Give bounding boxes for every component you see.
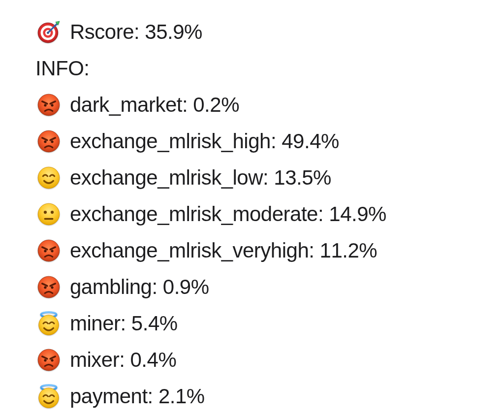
item-row: exchange_mlrisk_moderate: 14.9% bbox=[35, 196, 504, 232]
item-row: wallet: 1.6% bbox=[35, 415, 504, 420]
item-text: mixer: 0.4% bbox=[70, 350, 176, 370]
item-row: dark_market: 0.2% bbox=[35, 87, 504, 123]
halo-icon bbox=[35, 383, 62, 410]
item-text: gambling: 0.9% bbox=[70, 277, 209, 297]
info-label: INFO: bbox=[35, 58, 90, 79]
neutral-icon bbox=[35, 201, 62, 227]
item-text: exchange_mlrisk_veryhigh: 11.2% bbox=[70, 240, 377, 261]
angry-icon bbox=[35, 128, 62, 155]
item-row: exchange_mlrisk_low: 13.5% bbox=[35, 160, 504, 196]
item-text: payment: 2.1% bbox=[70, 386, 205, 407]
item-row: gambling: 0.9% bbox=[35, 269, 504, 305]
angry-icon bbox=[35, 274, 62, 300]
info-label-row: INFO: bbox=[35, 50, 504, 87]
smile-icon bbox=[35, 164, 62, 191]
dart-icon bbox=[35, 19, 62, 45]
item-text: dark_market: 0.2% bbox=[70, 95, 239, 115]
item-text: exchange_mlrisk_moderate: 14.9% bbox=[70, 204, 386, 225]
risk-report-panel: Rscore: 35.9% INFO: dark_market: 0.2% ex… bbox=[0, 0, 504, 420]
item-row: mixer: 0.4% bbox=[35, 342, 504, 378]
item-text: miner: 5.4% bbox=[70, 313, 178, 334]
halo-icon bbox=[35, 310, 62, 337]
item-text: exchange_mlrisk_low: 13.5% bbox=[70, 167, 331, 188]
item-text: exchange_mlrisk_high: 49.4% bbox=[70, 131, 339, 152]
header-row: Rscore: 35.9% bbox=[35, 14, 504, 50]
item-row: exchange_mlrisk_veryhigh: 11.2% bbox=[35, 232, 504, 269]
angry-icon bbox=[35, 237, 62, 264]
angry-icon bbox=[35, 92, 62, 118]
item-row: miner: 5.4% bbox=[35, 305, 504, 342]
angry-icon bbox=[35, 347, 62, 373]
header-text: Rscore: 35.9% bbox=[70, 22, 202, 42]
item-row: exchange_mlrisk_high: 49.4% bbox=[35, 123, 504, 160]
item-row: payment: 2.1% bbox=[35, 378, 504, 415]
